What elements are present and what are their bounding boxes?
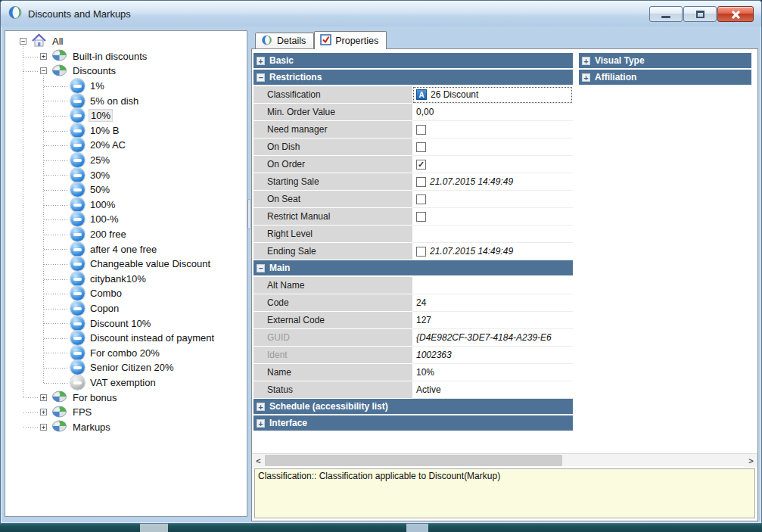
tree-item[interactable]: Discount 10% [5,316,247,331]
scroll-right-arrow[interactable]: > [745,454,757,467]
category-header-main[interactable]: −Main [253,260,573,275]
checkbox-unchecked[interactable] [416,194,426,204]
category-header-schedule-accessibility-list[interactable]: +Schedule (accessibility list) [253,399,573,414]
property-value[interactable] [412,121,573,138]
tree-item[interactable]: 10% [5,108,247,123]
tree-item[interactable]: +Markups [5,419,247,434]
property-label[interactable]: Name [253,364,412,381]
property-value-text: 26 Discount [431,89,478,100]
scrollbar-thumb[interactable] [265,455,562,466]
property-value[interactable]: 24 [412,294,573,312]
tree-item[interactable]: Discount instead of payment [5,331,247,346]
tree-item[interactable]: citybank10% [5,272,247,287]
property-label[interactable]: Right Level [253,226,412,243]
property-label[interactable]: On Dish [253,138,412,156]
property-value[interactable] [412,138,573,156]
tree-item[interactable]: +Built-in discounts [5,49,247,64]
tree-item[interactable]: Combo [5,286,247,301]
tree-item[interactable]: after 4 one free [5,241,247,257]
property-label[interactable]: Ending Sale [253,243,412,260]
category-header-interface[interactable]: +Interface [253,415,573,431]
collapse-icon[interactable]: − [257,73,265,82]
property-value[interactable]: 127 [412,312,573,329]
category-header-basic[interactable]: +Basic [253,53,573,68]
tree-item[interactable]: For combo 20% [5,345,247,360]
tree-item[interactable]: −All [5,34,247,49]
expand-icon[interactable]: + [40,394,47,401]
property-label[interactable]: Restrict Manual [253,208,412,226]
property-label[interactable]: Need manager [253,121,412,138]
checkbox-checked[interactable]: ✓ [416,160,426,170]
expand-icon[interactable]: + [582,73,590,82]
expand-icon[interactable]: + [40,53,47,60]
scroll-left-arrow[interactable]: < [252,454,265,467]
category-header-restrictions[interactable]: −Restrictions [253,70,573,85]
tree-item[interactable]: 25% [5,153,247,168]
property-label[interactable]: Classification [253,86,412,104]
property-label[interactable]: GUID [253,329,412,347]
tree-item[interactable]: 50% [5,182,247,198]
tree-item[interactable]: +FPS [5,405,247,420]
property-label[interactable]: Alt Name [253,277,412,294]
tree-item[interactable]: 30% [5,167,247,182]
tree-item[interactable]: 10% B [5,123,247,138]
checkbox-unchecked[interactable] [416,177,426,187]
tree-item[interactable]: 5% on dish [5,93,247,108]
tree-item[interactable]: Senior Citizen 20% [5,360,247,375]
tree-item[interactable]: 20% AC [5,138,247,153]
property-value[interactable]: A26 Discount [412,86,573,104]
close-button[interactable] [717,6,754,22]
property-label[interactable]: Starting Sale [253,173,412,191]
collapse-icon[interactable]: − [257,264,265,272]
property-value[interactable] [412,277,573,294]
property-label[interactable]: On Order [253,156,412,173]
property-value[interactable]: 21.07.2015 14:49:49 [412,243,573,260]
property-value[interactable]: 0,00 [412,104,573,121]
property-value[interactable]: Active [412,381,573,399]
property-label[interactable]: Code [253,294,412,312]
scrollbar-track[interactable] [265,454,745,466]
expand-icon[interactable]: + [257,419,265,428]
titlebar[interactable]: Discounts and Markups [1,1,761,26]
category-header-visual-type[interactable]: +Visual Type [579,53,751,68]
property-value[interactable]: {D4E982CF-3DE7-4184-A239-E6 [412,329,573,347]
expand-icon[interactable]: + [40,424,47,431]
property-label[interactable]: Status [253,381,412,399]
property-label[interactable]: Min. Order Value [253,104,412,121]
property-value[interactable]: 21.07.2015 14:49:49 [412,173,573,191]
tree-item[interactable]: +For bonus [5,390,247,405]
tree-item[interactable]: 1% [5,79,247,94]
property-value[interactable] [412,191,573,208]
collapse-icon[interactable]: − [40,67,47,74]
tab-properties[interactable]: Properties [314,31,387,49]
tab-details[interactable]: Details [255,33,314,48]
maximize-button[interactable] [683,6,717,22]
collapse-icon[interactable]: − [20,38,26,45]
expand-icon[interactable]: + [40,409,47,415]
checkbox-unchecked[interactable] [416,247,426,257]
property-value[interactable]: ✓ [412,156,573,173]
checkbox-unchecked[interactable] [416,142,426,152]
horizontal-scrollbar[interactable]: < > [252,453,757,466]
tree-item[interactable]: Copon [5,301,247,316]
property-label[interactable]: On Seat [253,191,412,208]
tree-item[interactable]: 100-% [5,212,247,227]
tree-item[interactable]: 200 free [5,227,247,242]
checkbox-unchecked[interactable] [416,125,426,135]
property-label[interactable]: External Code [253,312,412,329]
property-value[interactable] [412,208,573,226]
tree-item[interactable]: Changeable value Discount [5,257,247,272]
property-value[interactable] [412,226,573,243]
property-label[interactable]: Ident [253,347,412,364]
expand-icon[interactable]: + [257,403,265,411]
tree-item[interactable]: −Discounts [5,64,247,79]
property-value[interactable]: 1002363 [412,347,573,364]
checkbox-unchecked[interactable] [416,212,426,222]
expand-icon[interactable]: + [582,57,590,65]
property-value[interactable]: 10% [412,364,573,381]
minimize-button[interactable] [649,6,683,22]
expand-icon[interactable]: + [257,57,265,65]
tree-item[interactable]: VAT exemption [5,375,247,390]
tree-item[interactable]: 100% [5,198,247,213]
category-header-affiliation[interactable]: +Affiliation [579,70,751,85]
